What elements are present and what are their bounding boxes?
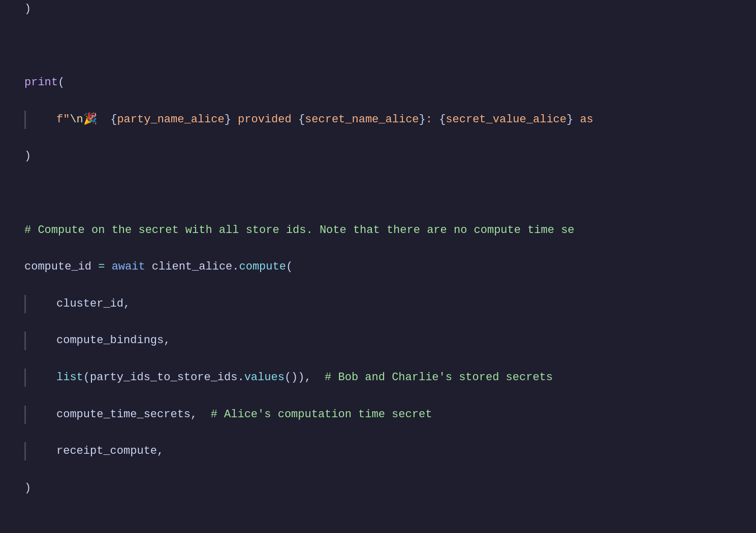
- line-closing-paren-3: ): [0, 479, 756, 497]
- line-receipt-compute: receipt_compute,: [24, 442, 756, 460]
- line-blank-3: [0, 516, 756, 533]
- line-list-call: list(party_ids_to_store_ids.values()), #…: [24, 369, 756, 387]
- line-closing-paren-2: ): [0, 147, 756, 165]
- line-blank-2: [0, 184, 756, 203]
- line-blank-1: [0, 37, 756, 55]
- line-compute-bindings: compute_bindings,: [24, 331, 756, 350]
- code-content: ) print( f"\n🎉 {party_name_alice} provid…: [0, 0, 756, 533]
- line-cluster-id: cluster_id,: [24, 295, 756, 313]
- line-fstring: f"\n🎉 {party_name_alice} provided {secre…: [24, 111, 756, 129]
- line-compute-time-secrets: compute_time_secrets, # Alice's computat…: [24, 406, 756, 424]
- line-compute-assign: compute_id = await client_alice.compute(: [0, 258, 756, 276]
- line-print-call: print(: [0, 74, 756, 92]
- line-comment-compute: # Compute on the secret with all store i…: [0, 221, 756, 240]
- code-editor: ) print( f"\n🎉 {party_name_alice} provid…: [0, 0, 756, 533]
- line-closing-paren-top: ): [0, 0, 756, 18]
